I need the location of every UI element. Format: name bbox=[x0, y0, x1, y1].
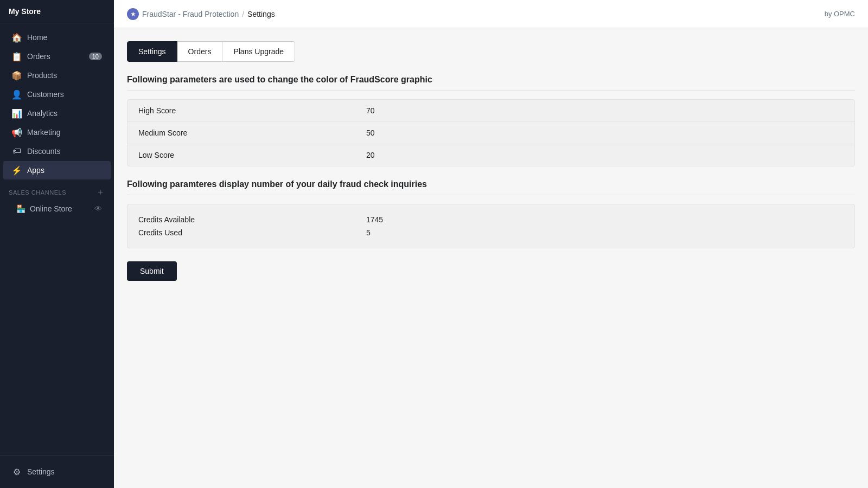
products-icon: 📦 bbox=[12, 70, 22, 80]
settings-icon: ⚙ bbox=[12, 467, 22, 477]
credits-used-value: 5 bbox=[366, 228, 371, 237]
high-score-label: High Score bbox=[138, 106, 366, 115]
sidebar-item-label: Home bbox=[27, 33, 47, 42]
medium-score-value bbox=[366, 129, 844, 137]
tab-orders[interactable]: Orders bbox=[177, 41, 223, 62]
sidebar-header: My Store bbox=[0, 0, 114, 23]
breadcrumb-current-page: Settings bbox=[247, 10, 275, 18]
apps-icon: ⚡ bbox=[12, 165, 22, 175]
sidebar-item-discounts[interactable]: 🏷 Discounts bbox=[3, 142, 111, 160]
customers-icon: 👤 bbox=[12, 89, 22, 99]
app-icon: ★ bbox=[127, 8, 139, 20]
sidebar-footer: ⚙ Settings bbox=[0, 455, 114, 488]
sidebar-item-products[interactable]: 📦 Products bbox=[3, 66, 111, 85]
credits-used-row: Credits Used 5 bbox=[138, 228, 844, 237]
page-content: Settings Orders Plans Upgrade Following … bbox=[114, 28, 868, 488]
low-score-label: Low Score bbox=[138, 151, 366, 159]
topbar-by-text: by OPMC bbox=[825, 10, 855, 18]
orders-badge: 10 bbox=[89, 53, 102, 60]
low-score-value bbox=[366, 151, 844, 159]
breadcrumb: ★ FraudStar - Fraud Protection / Setting… bbox=[127, 8, 275, 20]
score-divider bbox=[127, 90, 855, 91]
high-score-input[interactable] bbox=[366, 106, 844, 115]
sidebar-item-home[interactable]: 🏠 Home bbox=[3, 28, 111, 47]
low-score-row: Low Score bbox=[127, 144, 854, 166]
credits-card: Credits Available 1745 Credits Used 5 bbox=[127, 204, 855, 248]
score-section-heading: Following parameters are used to change … bbox=[127, 75, 855, 85]
high-score-row: High Score bbox=[127, 100, 854, 122]
sidebar-item-label: Customers bbox=[27, 90, 64, 99]
credits-available-value: 1745 bbox=[366, 215, 383, 224]
sidebar-item-label: Marketing bbox=[27, 128, 60, 137]
sales-channels-label: Sales channels bbox=[9, 189, 66, 196]
sidebar-item-apps[interactable]: ⚡ Apps bbox=[3, 161, 111, 179]
main-content: ★ FraudStar - Fraud Protection / Setting… bbox=[114, 0, 868, 488]
sidebar-item-label: Products bbox=[27, 71, 57, 80]
analytics-icon: 📊 bbox=[12, 108, 22, 118]
settings-label: Settings bbox=[27, 467, 55, 476]
tab-plans-upgrade[interactable]: Plans Upgrade bbox=[222, 41, 295, 62]
sidebar-item-label: Discounts bbox=[27, 147, 60, 156]
store-name: My Store bbox=[9, 7, 41, 16]
medium-score-input[interactable] bbox=[366, 129, 844, 137]
online-store-label: Online Store bbox=[30, 204, 72, 213]
marketing-icon: 📢 bbox=[12, 127, 22, 137]
add-channel-icon[interactable]: ＋ bbox=[96, 187, 105, 198]
sidebar: My Store 🏠 Home 📋 Orders 10 📦 Products 👤… bbox=[0, 0, 114, 488]
tab-bar: Settings Orders Plans Upgrade bbox=[127, 41, 855, 62]
medium-score-label: Medium Score bbox=[138, 129, 366, 137]
high-score-value bbox=[366, 106, 844, 115]
tab-settings[interactable]: Settings bbox=[127, 41, 177, 62]
discounts-icon: 🏷 bbox=[12, 146, 22, 156]
credits-available-row: Credits Available 1745 bbox=[138, 215, 844, 224]
credits-used-label: Credits Used bbox=[138, 228, 366, 237]
home-icon: 🏠 bbox=[12, 33, 22, 42]
app-name: FraudStar - Fraud Protection bbox=[142, 10, 239, 18]
sidebar-item-label: Analytics bbox=[27, 109, 58, 118]
sidebar-item-customers[interactable]: 👤 Customers bbox=[3, 85, 111, 104]
sidebar-item-orders[interactable]: 📋 Orders 10 bbox=[3, 47, 111, 66]
sidebar-item-settings[interactable]: ⚙ Settings bbox=[3, 463, 111, 481]
sidebar-item-marketing[interactable]: 📢 Marketing bbox=[3, 123, 111, 142]
score-card: High Score Medium Score Low Score bbox=[127, 99, 855, 166]
sidebar-item-label: Apps bbox=[27, 166, 44, 175]
sales-channels-section: Sales channels ＋ bbox=[0, 180, 114, 200]
online-store-icon: 🏪 bbox=[16, 204, 25, 213]
orders-icon: 📋 bbox=[12, 52, 22, 61]
eye-icon[interactable]: 👁 bbox=[94, 204, 102, 213]
medium-score-row: Medium Score bbox=[127, 122, 854, 144]
topbar: ★ FraudStar - Fraud Protection / Setting… bbox=[114, 0, 868, 28]
submit-button[interactable]: Submit bbox=[127, 261, 177, 281]
breadcrumb-separator: / bbox=[242, 10, 244, 18]
credits-available-label: Credits Available bbox=[138, 215, 366, 224]
sidebar-item-analytics[interactable]: 📊 Analytics bbox=[3, 104, 111, 123]
low-score-input[interactable] bbox=[366, 151, 844, 159]
credits-section-heading: Following paramteres display number of y… bbox=[127, 179, 855, 189]
sidebar-item-label: Orders bbox=[27, 52, 50, 61]
sidebar-item-online-store[interactable]: 🏪 Online Store 👁 bbox=[3, 201, 111, 217]
sidebar-nav: 🏠 Home 📋 Orders 10 📦 Products 👤 Customer… bbox=[0, 23, 114, 455]
credits-divider bbox=[127, 195, 855, 195]
